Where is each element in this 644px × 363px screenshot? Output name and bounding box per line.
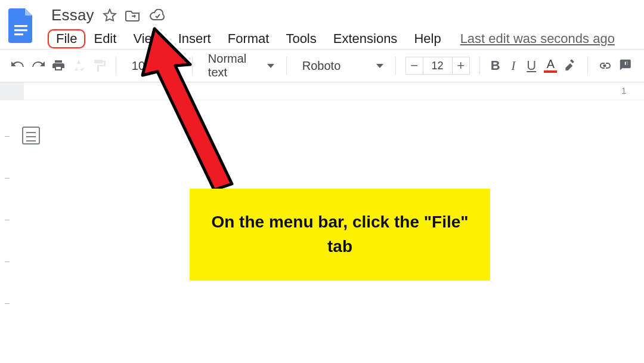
menubar: File Edit View Insert Format Tools Exten… bbox=[48, 29, 638, 48]
menu-view[interactable]: View bbox=[125, 29, 169, 48]
star-icon[interactable] bbox=[103, 8, 117, 23]
menu-tools[interactable]: Tools bbox=[277, 29, 324, 48]
svg-rect-1 bbox=[14, 29, 27, 31]
font-size-value[interactable]: 12 bbox=[423, 57, 452, 75]
toolbar-separator bbox=[192, 57, 193, 75]
outline-icon bbox=[22, 127, 40, 144]
bold-button[interactable]: B bbox=[489, 58, 501, 73]
italic-button[interactable]: I bbox=[507, 58, 519, 73]
spellcheck-icon[interactable] bbox=[72, 57, 86, 74]
last-edit-link[interactable]: Last edit was seconds ago bbox=[460, 31, 615, 47]
text-color-button[interactable]: A bbox=[543, 59, 558, 73]
caret-down-icon bbox=[267, 64, 274, 68]
svg-rect-2 bbox=[14, 33, 23, 35]
outline-toggle[interactable] bbox=[12, 100, 50, 363]
editor-area: On the menu bar, click the "File" tab bbox=[0, 100, 644, 363]
underline-button[interactable]: U bbox=[525, 58, 537, 73]
highlight-icon[interactable] bbox=[564, 57, 578, 74]
toolbar-separator bbox=[479, 57, 480, 75]
menu-help[interactable]: Help bbox=[405, 29, 449, 48]
menu-edit[interactable]: Edit bbox=[85, 29, 125, 48]
font-size-decrease[interactable]: − bbox=[405, 57, 423, 75]
title-area: Essay File Edit View Insert Format Tools… bbox=[48, 5, 638, 48]
toolbar-separator bbox=[587, 57, 588, 75]
cloud-status-icon[interactable] bbox=[149, 9, 166, 22]
zoom-value: 100% bbox=[128, 59, 166, 73]
toolbar-separator bbox=[286, 57, 287, 75]
toolbar: 100% Normal text Roboto − 12 + B I U A bbox=[0, 49, 644, 82]
paragraph-style-dropdown[interactable]: Normal text bbox=[202, 52, 277, 79]
ruler-marker: 1 bbox=[621, 86, 626, 96]
link-icon[interactable] bbox=[597, 57, 613, 74]
svg-rect-0 bbox=[14, 25, 27, 27]
caret-down-icon bbox=[173, 64, 180, 68]
document-page[interactable]: On the menu bar, click the "File" tab bbox=[50, 100, 644, 363]
font-family-dropdown[interactable]: Roboto bbox=[296, 59, 386, 73]
redo-icon[interactable] bbox=[31, 57, 45, 74]
font-size-increase[interactable]: + bbox=[452, 57, 470, 75]
toolbar-separator bbox=[116, 57, 116, 75]
print-icon[interactable] bbox=[51, 57, 66, 74]
toolbar-separator bbox=[395, 57, 396, 75]
titlebar: Essay File Edit View Insert Format Tools… bbox=[0, 0, 644, 49]
menu-format[interactable]: Format bbox=[219, 29, 278, 48]
annotation-callout: On the menu bar, click the "File" tab bbox=[190, 189, 490, 281]
paint-format-icon[interactable] bbox=[92, 57, 106, 74]
caret-down-icon bbox=[376, 64, 383, 68]
vertical-ruler[interactable] bbox=[2, 100, 12, 363]
font-size-control: − 12 + bbox=[405, 57, 470, 75]
horizontal-ruler[interactable]: 1 bbox=[0, 82, 644, 100]
menu-insert[interactable]: Insert bbox=[170, 29, 219, 48]
comment-icon[interactable] bbox=[619, 57, 633, 74]
menu-file[interactable]: File bbox=[48, 29, 85, 48]
docs-logo[interactable] bbox=[6, 5, 37, 47]
move-folder-icon[interactable] bbox=[125, 8, 141, 23]
title-row: Essay bbox=[48, 5, 638, 24]
document-title[interactable]: Essay bbox=[51, 6, 94, 24]
font-family-value: Roboto bbox=[299, 59, 345, 73]
undo-icon[interactable] bbox=[11, 57, 25, 74]
zoom-dropdown[interactable]: 100% bbox=[126, 59, 182, 73]
paragraph-style-value: Normal text bbox=[205, 52, 260, 79]
menu-extensions[interactable]: Extensions bbox=[325, 29, 406, 48]
